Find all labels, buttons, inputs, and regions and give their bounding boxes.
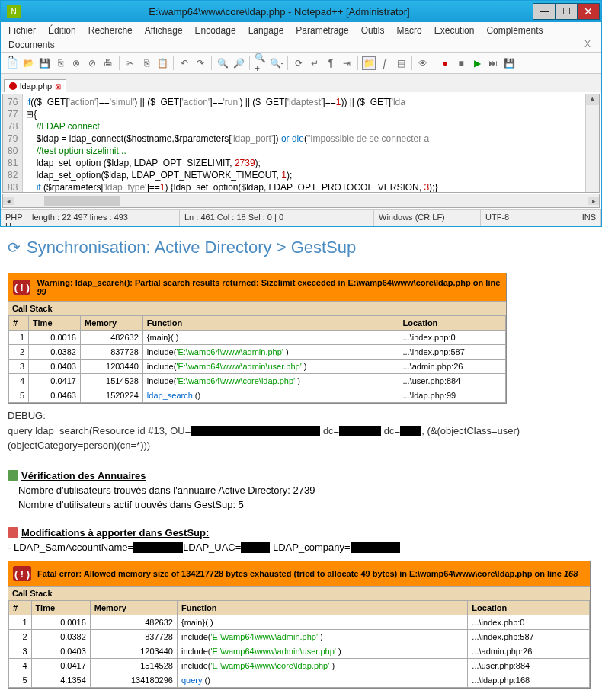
menu-edition[interactable]: Édition	[46, 24, 78, 37]
folder-icon[interactable]: 📁	[362, 56, 376, 70]
table-row: 10.0016482632{main}( )...\index.php:0	[9, 615, 590, 630]
copy-icon[interactable]: ⎘	[139, 56, 153, 70]
table-row: 40.04171514528include('E:\wamp64\www\cor…	[9, 659, 590, 673]
titlebar[interactable]: N E:\wamp64\www\core\ldap.php - Notepad+…	[1, 1, 601, 22]
redacted	[351, 542, 400, 553]
status-length: length : 22 497 lines : 493	[27, 210, 180, 226]
table-row: 20.0382837728include('E:\wamp64\www\admi…	[9, 630, 590, 644]
map-icon[interactable]: ▤	[394, 56, 408, 70]
callstack-label: Call Stack	[8, 586, 590, 600]
close-tab-icon[interactable]: ⊠	[55, 82, 61, 91]
redo-icon[interactable]: ↷	[194, 56, 207, 70]
menu-encodage[interactable]: Encodage	[194, 24, 238, 37]
menu-complements[interactable]: Compléments	[485, 24, 544, 37]
sep	[249, 56, 250, 70]
sep	[287, 56, 288, 70]
redacted	[339, 426, 381, 436]
sep	[119, 56, 120, 70]
callstack-table: #TimeMemoryFunctionLocation 10.001648263…	[8, 315, 506, 403]
close-tab-icon[interactable]: ⊗	[69, 56, 83, 70]
sep	[411, 56, 412, 70]
play-icon[interactable]: ▶	[470, 56, 484, 70]
undo-icon[interactable]: ↶	[178, 56, 191, 70]
play-multi-icon[interactable]: ⏭	[486, 56, 500, 70]
v-scrollbar[interactable]: ▴	[585, 94, 599, 192]
verification-section: Vérification des Annuaires Nombre d'util…	[8, 470, 594, 510]
menu-langage[interactable]: Langage	[247, 24, 286, 37]
tabbar: ldap.php ⊠	[1, 74, 601, 92]
code-content[interactable]: if(($_GET['action']=='simul') || ($_GET[…	[23, 94, 585, 192]
table-row: 20.0382837728include('E:\wamp64\www\admi…	[9, 345, 506, 360]
redacted	[400, 426, 421, 436]
fatal-box: ( ! ) Fatal error: Allowed memory size o…	[8, 561, 591, 689]
zoom-out-icon[interactable]: 🔍-	[270, 56, 283, 70]
table-row: 30.04031203440include('E:\wamp64\www\adm…	[9, 360, 506, 374]
minimize-button[interactable]: —	[533, 3, 556, 20]
warning-icon: ( ! )	[13, 280, 30, 295]
table-row: 10.0016482632{main}( )...\index.php:0	[9, 331, 506, 345]
func-icon[interactable]: ƒ	[378, 56, 392, 70]
closeall-icon[interactable]: ⊘	[85, 56, 99, 70]
tab-label: ldap.php	[20, 82, 52, 91]
print-icon[interactable]: 🖶	[101, 56, 115, 70]
table-row: 54.1354134180296query ()...\ldap.php:168	[9, 673, 590, 688]
paste-icon[interactable]: 📋	[155, 56, 169, 70]
menu-close-x[interactable]: X	[580, 39, 595, 51]
close-button[interactable]: ✕	[577, 3, 600, 20]
table-row: 40.04171514528include('E:\wamp64\www\cor…	[9, 374, 506, 388]
table-row: 30.04031203440include('E:\wamp64\www\adm…	[9, 644, 590, 659]
menubar: Fichier Édition Recherche Affichage Enco…	[1, 22, 601, 53]
redacted	[133, 542, 183, 553]
maximize-button[interactable]: ☐	[555, 3, 578, 20]
menu-documents[interactable]: Documents	[7, 39, 56, 51]
app-icon: N	[7, 5, 21, 18]
indent-icon[interactable]: ⇥	[340, 56, 354, 70]
toolbar: 📄 📂 💾 ⎘ ⊗ ⊘ 🖶 ✂ ⎘ 📋 ↶ ↷ 🔍 🔎 🔍+ 🔍- ⟳ ↵ ¶ …	[1, 53, 601, 74]
saveall-icon[interactable]: ⎘	[53, 56, 67, 70]
status-pos: Ln : 461 Col : 18 Sel : 0 | 0	[180, 210, 374, 226]
table-header-row: #TimeMemoryFunctionLocation	[9, 601, 590, 615]
menu-macro[interactable]: Macro	[395, 24, 423, 37]
redacted	[241, 542, 270, 553]
h-scrollbar[interactable]: ◂▸	[2, 194, 600, 208]
modified-icon	[9, 82, 17, 90]
save-macro-icon[interactable]: 💾	[502, 56, 516, 70]
wrap-icon[interactable]: ↵	[308, 56, 322, 70]
sync-icon[interactable]: ⟳	[292, 56, 306, 70]
stop-icon[interactable]: ■	[454, 56, 468, 70]
status-eol: Windows (CR LF)	[374, 210, 481, 226]
status-ins: INS	[549, 210, 601, 226]
menu-parametrage[interactable]: Paramétrage	[294, 24, 350, 37]
cut-icon[interactable]: ✂	[123, 56, 137, 70]
callstack-label: Call Stack	[8, 301, 506, 315]
debug-output: DEBUG: query ldap_search(Resource id #13…	[8, 408, 594, 453]
table-header-row: #TimeMemoryFunctionLocation	[9, 316, 506, 331]
statusbar: PHP H length : 22 497 lines : 493 Ln : 4…	[1, 209, 601, 226]
file-tab-ldap[interactable]: ldap.php ⊠	[4, 79, 66, 92]
replace-icon[interactable]: 🔎	[232, 56, 245, 70]
menu-affichage[interactable]: Affichage	[143, 24, 184, 37]
sep	[434, 56, 434, 70]
menu-execution[interactable]: Exécution	[433, 24, 476, 37]
menu-fichier[interactable]: Fichier	[7, 24, 37, 37]
new-icon[interactable]: 📄	[5, 56, 19, 70]
sep	[357, 56, 358, 70]
menu-outils[interactable]: Outils	[360, 24, 386, 37]
line-gutter: 7677787980818283	[3, 94, 23, 192]
refresh-icon: ⟳	[8, 238, 21, 257]
find-icon[interactable]: 🔍	[216, 56, 229, 70]
sync-page: ⟳ Synchronisation: Active Directory > Ge…	[0, 227, 602, 699]
zoom-in-icon[interactable]: 🔍+	[254, 56, 267, 70]
edit-icon	[8, 527, 18, 538]
monitor-icon[interactable]: 👁	[416, 56, 430, 70]
menu-recherche[interactable]: Recherche	[87, 24, 134, 37]
code-editor[interactable]: 7677787980818283 if(($_GET['action']=='s…	[2, 94, 600, 193]
chars-icon[interactable]: ¶	[324, 56, 338, 70]
open-icon[interactable]: 📂	[21, 56, 35, 70]
sep	[173, 56, 174, 70]
record-icon[interactable]: ●	[438, 56, 452, 70]
status-lang: PHP H	[1, 210, 27, 226]
save-icon[interactable]: 💾	[37, 56, 51, 70]
window-title: E:\wamp64\www\core\ldap.php - Notepad++ …	[25, 6, 533, 18]
notepad-window: N E:\wamp64\www\core\ldap.php - Notepad+…	[0, 0, 602, 227]
